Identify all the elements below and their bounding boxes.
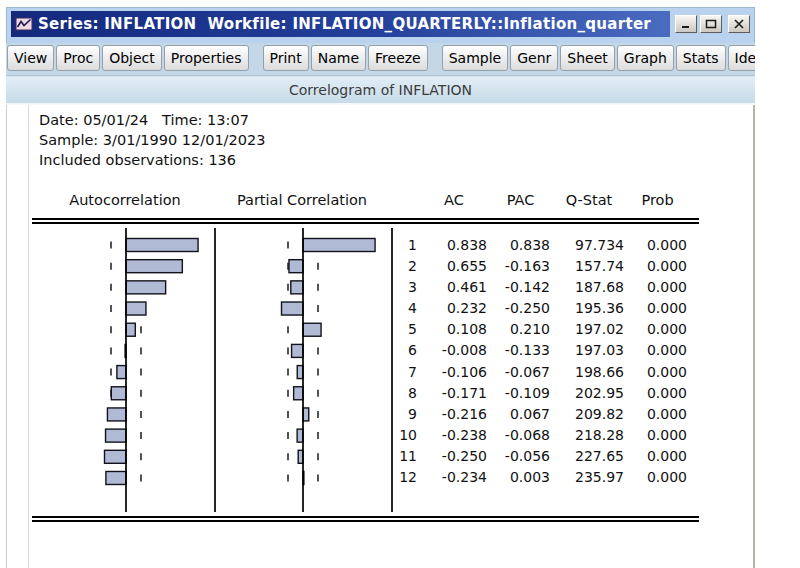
ac-bar [117,366,126,379]
correlogram-row: 40.232-0.250195.360.000 [399,298,691,319]
correlogram-row: 10-0.238-0.068218.280.000 [399,425,691,446]
ac-bar [126,323,135,336]
correlogram-row: 8-0.171-0.109202.950.000 [399,382,691,403]
correlogram-row: 9-0.2160.067209.820.000 [399,403,691,424]
pac-bar [282,302,304,315]
ac-bar [126,281,166,294]
qstat-value: 197.03 [552,342,626,358]
pac-value: -0.163 [489,258,552,274]
toolbar-button-view[interactable]: View [7,45,54,71]
double-rule-top [32,218,699,224]
lag-value: 9 [399,406,419,422]
correlogram-row: 6-0.008-0.133197.030.000 [399,340,691,361]
pac-bar [303,239,375,252]
qstat-header: Q-Stat [552,192,626,208]
close-button[interactable] [728,15,750,33]
pac-value: 0.838 [489,237,552,253]
ac-value: -0.106 [419,364,489,380]
ac-value: -0.171 [419,385,489,401]
ac-value: 0.232 [419,300,489,316]
series-chart-icon [15,17,33,31]
prob-value: 0.000 [626,342,689,358]
ac-value: 0.838 [419,237,489,253]
window-title: Series: INFLATION Workfile: INFLATION_QU… [38,15,666,33]
ac-bar [111,387,126,400]
qstat-value: 187.68 [552,279,626,295]
prob-value: 0.000 [626,448,689,464]
prob-value: 0.000 [626,427,689,443]
toolbar-button-object[interactable]: Object [102,45,162,71]
toolbar-button-properties[interactable]: Properties [164,45,249,71]
qstat-value: 157.74 [552,258,626,274]
minimize-button[interactable] [675,15,697,33]
prob-value: 0.000 [626,300,689,316]
partial-correlation-header: Partial Correlation [237,192,367,208]
correlogram-row: 20.655-0.163157.740.000 [399,255,691,276]
qstat-value: 97.734 [552,237,626,253]
pac-value: -0.142 [489,279,552,295]
autocorrelation-chart [86,228,216,512]
lag-value: 3 [399,279,419,295]
screenshot-page: Series: INFLATION Workfile: INFLATION_QU… [0,0,800,568]
maximize-button[interactable] [700,15,722,33]
toolbar-button-genr[interactable]: Genr [510,45,558,71]
ac-value: -0.238 [419,427,489,443]
title-bar[interactable]: Series: INFLATION Workfile: INFLATION_QU… [11,11,670,37]
stat-column-headers: AC PAC Q-Stat Prob [399,192,691,208]
view-header-title: Correlogram of INFLATION [289,82,472,98]
pac-bar [297,429,303,442]
toolbar-button-stats[interactable]: Stats [676,45,726,71]
correlogram-row: 12-0.2340.003235.970.000 [399,467,691,488]
prob-value: 0.000 [626,469,689,485]
ac-bar [126,239,198,252]
pac-bar [289,260,303,273]
ac-bar [105,450,127,463]
toolbar-button-ide[interactable]: Ide [728,45,755,71]
prob-value: 0.000 [626,406,689,422]
prob-value: 0.000 [626,321,689,337]
pac-value: -0.250 [489,300,552,316]
correlogram-row: 10.8380.83897.7340.000 [399,234,691,255]
ac-bar [106,471,126,484]
toolbar-button-sheet[interactable]: Sheet [560,45,614,71]
toolbar-button-sample[interactable]: Sample [442,45,509,71]
correlogram-row: 30.461-0.142187.680.000 [399,276,691,297]
lag-header [399,192,419,208]
ac-value: -0.250 [419,448,489,464]
double-rule-bottom [32,516,699,522]
ac-header: AC [419,192,489,208]
lag-value: 5 [399,321,419,337]
partial-correlation-chart [263,228,393,512]
pac-value: 0.210 [489,321,552,337]
prob-value: 0.000 [626,279,689,295]
window-controls [670,11,750,36]
toolbar-button-graph[interactable]: Graph [617,45,674,71]
pac-bar [303,323,321,336]
title-bar-frame: Series: INFLATION Workfile: INFLATION_QU… [6,7,755,43]
qstat-value: 227.65 [552,448,626,464]
ac-bar [126,260,182,273]
prob-header: Prob [626,192,689,208]
lag-value: 7 [399,364,419,380]
toolbar-button-proc[interactable]: Proc [56,45,100,71]
prob-value: 0.000 [626,385,689,401]
ac-value: -0.216 [419,406,489,422]
ac-value: 0.108 [419,321,489,337]
pac-header: PAC [489,192,552,208]
toolbar-button-print[interactable]: Print [263,45,309,71]
correlogram-row: 50.1080.210197.020.000 [399,319,691,340]
pac-value: -0.068 [489,427,552,443]
eviews-series-window: Series: INFLATION Workfile: INFLATION_QU… [6,7,755,568]
prob-value: 0.000 [626,258,689,274]
toolbar-button-name[interactable]: Name [311,45,366,71]
observations-line: Included observations: 136 [39,150,265,170]
qstat-value: 209.82 [552,406,626,422]
lag-value: 2 [399,258,419,274]
view-header-band: Correlogram of INFLATION [6,76,755,105]
pac-bar [297,366,303,379]
pac-value: 0.067 [489,406,552,422]
pac-bar [292,344,303,357]
lag-value: 11 [399,448,419,464]
toolbar-button-freeze[interactable]: Freeze [368,45,428,71]
ac-value: -0.234 [419,469,489,485]
